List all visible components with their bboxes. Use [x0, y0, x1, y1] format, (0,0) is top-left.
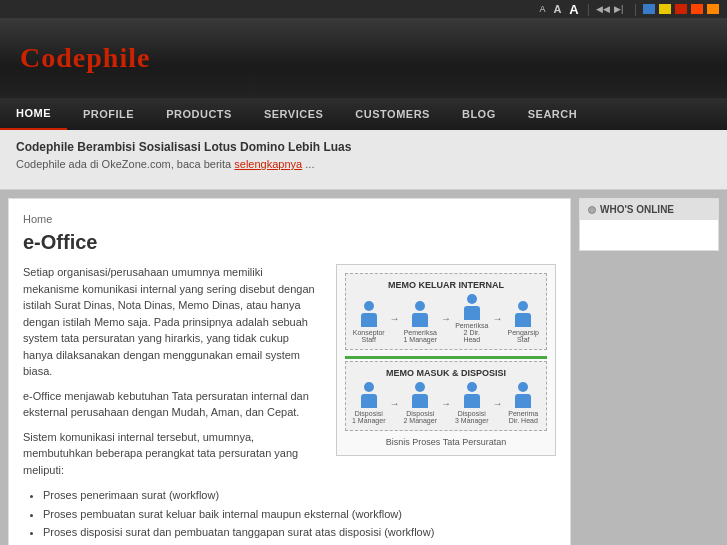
color-box-red2[interactable]	[691, 4, 703, 14]
figure-pemeriksa1: Pemeriksa 1 Manager	[404, 301, 438, 343]
figure-body	[515, 313, 531, 327]
figure-disposisi3: Disposisi 3 Manager	[455, 382, 489, 424]
next-icon[interactable]: ▶|	[614, 4, 628, 14]
feature-list: Proses penerimaan surat (workflow) Prose…	[43, 486, 556, 545]
breadcrumb: Home	[23, 213, 556, 225]
whos-online-body	[580, 220, 718, 250]
list-item: Proses disposisi surat dan pembuatan tan…	[43, 523, 556, 542]
figure-head	[467, 382, 477, 392]
online-status-icon	[588, 206, 596, 214]
logo-text2: ile	[119, 42, 150, 73]
nav-blog[interactable]: BLOG	[446, 98, 512, 130]
figure-konseptor: Konseptor Staff	[352, 301, 386, 343]
diagram-box-outgoing: MEMO KELUAR INTERNAL Konseptor Staff → P…	[345, 273, 547, 350]
diagram-box1-title: MEMO KELUAR INTERNAL	[352, 280, 540, 290]
figure-label: Disposisi 3 Manager	[455, 410, 489, 424]
figure-label: Disposisi 1 Manager	[352, 410, 386, 424]
figure-head	[364, 301, 374, 311]
nav-search[interactable]: SEARCH	[512, 98, 593, 130]
sidebar: WHO'S ONLINE	[579, 198, 719, 545]
figure-body	[361, 313, 377, 327]
figure-body	[412, 313, 428, 327]
logo-accent: ph	[86, 42, 119, 73]
figure-pemeriksa2: Pemeriksa 2 Dir. Head	[455, 294, 489, 343]
list-item: Proses penerimaan surat (workflow)	[43, 486, 556, 505]
figure-label: Disposisi 2 Manager	[404, 410, 438, 424]
page-title: e-Office	[23, 231, 556, 254]
announcement-title: Codephile Berambisi Sosialisasi Lotus Do…	[16, 140, 711, 154]
diagram-caption: Bisnis Proses Tata Persuratan	[345, 437, 547, 447]
whos-online-header: WHO'S ONLINE	[580, 199, 718, 220]
figure-label: Pemeriksa 1 Manager	[404, 329, 438, 343]
diagram-box2-title: MEMO MASUK & DISPOSISI	[352, 368, 540, 378]
figure-head	[518, 301, 528, 311]
arrow: →	[493, 313, 503, 324]
arrow: →	[441, 313, 451, 324]
arrow: →	[493, 398, 503, 409]
figure-head	[415, 301, 425, 311]
figure-head	[518, 382, 528, 392]
whos-online-label: WHO'S ONLINE	[600, 204, 674, 215]
prev-icon[interactable]: ◀◀	[596, 4, 610, 14]
nav-customers[interactable]: CUSTOMERS	[339, 98, 446, 130]
announcement-bar: Codephile Berambisi Sosialisasi Lotus Do…	[0, 130, 727, 190]
diagram-box-incoming: MEMO MASUK & DISPOSISI Disposisi 1 Manag…	[345, 361, 547, 431]
list-item: Proses pembuatan surat keluar baik inter…	[43, 505, 556, 524]
figure-label: Pengarsip Staf	[507, 329, 541, 343]
diagram-figures-box1: Konseptor Staff → Pemeriksa 1 Manager → …	[352, 294, 540, 343]
figure-disposisi2: Disposisi 2 Manager	[404, 382, 438, 424]
announcement-link[interactable]: selengkapnya	[234, 158, 302, 170]
figure-label: Penerima Dir. Head	[507, 410, 541, 424]
figure-pengarsip: Pengarsip Staf	[507, 301, 541, 343]
diagram-area: MEMO KELUAR INTERNAL Konseptor Staff → P…	[336, 264, 556, 456]
whos-online-widget: WHO'S ONLINE	[579, 198, 719, 251]
figure-disposisi1: Disposisi 1 Manager	[352, 382, 386, 424]
main-wrapper: Home e-Office MEMO KELUAR INTERNAL Konse…	[0, 190, 727, 545]
font-med-btn[interactable]: A	[551, 3, 563, 15]
announcement-text: Codephile ada di OkeZone.com, baca berit…	[16, 158, 711, 170]
nav-products[interactable]: PRODUCTS	[150, 98, 248, 130]
arrow: →	[390, 313, 400, 324]
figure-body	[464, 306, 480, 320]
green-connector	[345, 356, 547, 359]
navigation: HOME PROFILE PRODUCTS SERVICES CUSTOMERS…	[0, 98, 727, 130]
color-box-yellow[interactable]	[659, 4, 671, 14]
color-box-red1[interactable]	[675, 4, 687, 14]
figure-penerima: Penerima Dir. Head	[507, 382, 541, 424]
figure-body	[361, 394, 377, 408]
font-small-btn[interactable]: A	[537, 4, 547, 14]
color-box-orange[interactable]	[707, 4, 719, 14]
figure-head	[364, 382, 374, 392]
figure-body	[412, 394, 428, 408]
figure-body	[464, 394, 480, 408]
figure-head	[415, 382, 425, 392]
arrow: →	[441, 398, 451, 409]
header: Codephile	[0, 18, 727, 98]
logo-text: Code	[20, 42, 86, 73]
nav-home[interactable]: HOME	[0, 98, 67, 130]
nav-profile[interactable]: PROFILE	[67, 98, 150, 130]
figure-body	[515, 394, 531, 408]
diagram-figures-box2: Disposisi 1 Manager → Disposisi 2 Manage…	[352, 382, 540, 424]
color-box-blue[interactable]	[643, 4, 655, 14]
separator2: |	[634, 2, 637, 16]
logo[interactable]: Codephile	[20, 42, 150, 74]
nav-services[interactable]: SERVICES	[248, 98, 339, 130]
font-large-btn[interactable]: A	[567, 2, 580, 17]
figure-label: Pemeriksa 2 Dir. Head	[455, 322, 489, 343]
figure-label: Konseptor Staff	[352, 329, 386, 343]
separator: |	[587, 2, 590, 16]
arrow: →	[390, 398, 400, 409]
figure-head	[467, 294, 477, 304]
main-content: Home e-Office MEMO KELUAR INTERNAL Konse…	[8, 198, 571, 545]
top-bar: A A A | ◀◀ ▶| |	[0, 0, 727, 18]
